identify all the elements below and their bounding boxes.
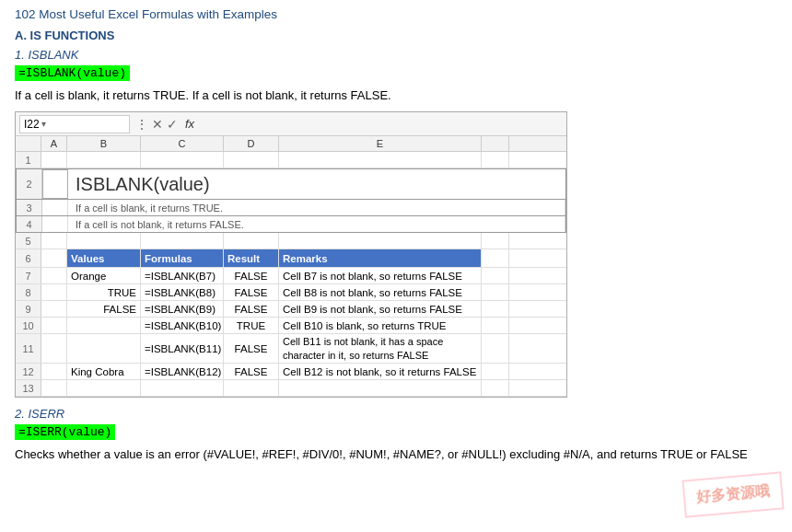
name-box-dropdown-icon[interactable]: ▾ <box>41 119 46 129</box>
r11-values[interactable] <box>67 334 141 363</box>
r12-result[interactable]: FALSE <box>224 364 279 379</box>
big-formula-cell[interactable]: ISBLANK(value) <box>68 169 565 199</box>
page-title: 102 Most Useful Excel Formulas with Exam… <box>15 7 777 21</box>
watermark: 好多资源哦 <box>681 471 784 517</box>
excel-row-6-header: 6 Values Formulas Result Remarks <box>16 249 566 268</box>
r9-formula[interactable]: =ISBLANK(B9) <box>141 301 224 317</box>
r7-formula[interactable]: =ISBLANK(B7) <box>141 268 224 283</box>
r11-formula[interactable]: =ISBLANK(B11) <box>141 334 224 363</box>
excel-formula-bar: I22 ▾ ⋮ ✕ ✓ fx <box>16 112 566 136</box>
section-a-title: A. IS FUNCTIONS <box>15 29 777 42</box>
table-col-remarks[interactable]: Remarks <box>279 249 482 267</box>
table-col-result[interactable]: Result <box>224 249 279 267</box>
desc1-cell[interactable]: If a cell is blank, it returns TRUE. <box>68 200 565 215</box>
col-header-corner <box>16 136 41 151</box>
r8-result[interactable]: FALSE <box>224 284 279 300</box>
col-header-d: D <box>224 136 279 151</box>
excel-container: I22 ▾ ⋮ ✕ ✓ fx A B C D E 1 <box>15 111 567 398</box>
formula2-section: 2. ISERR =ISERR(value) Checks whether a … <box>15 407 777 461</box>
r12-formula[interactable]: =ISBLANK(B12) <box>141 364 224 379</box>
r12-values[interactable]: King Cobra <box>67 364 141 379</box>
col-header-b: B <box>67 136 141 151</box>
r7-remark[interactable]: Cell B7 is not blank, so returns FALSE <box>279 268 482 283</box>
r11-result[interactable]: FALSE <box>224 334 279 363</box>
formula1-syntax: =ISBLANK(value) <box>15 65 130 81</box>
excel-row-13: 13 <box>16 380 566 397</box>
col-header-f <box>482 136 509 151</box>
excel-row-7: 7 Orange =ISBLANK(B7) FALSE Cell B7 is n… <box>16 268 566 284</box>
r8-formula[interactable]: =ISBLANK(B8) <box>141 284 224 300</box>
r10-remark[interactable]: Cell B10 is blank, so returns TRUE <box>279 318 482 333</box>
excel-row-9: 9 FALSE =ISBLANK(B9) FALSE Cell B9 is no… <box>16 301 566 318</box>
excel-cancel-icon[interactable]: ✕ <box>152 117 163 132</box>
col-header-c: C <box>141 136 224 151</box>
formula2-number: 2. ISERR <box>15 407 777 421</box>
excel-row-2: 2 ISBLANK(value) <box>16 168 566 200</box>
r7-result[interactable]: FALSE <box>224 268 279 283</box>
excel-fx-label: fx <box>185 117 194 131</box>
formula1-description: If a cell is blank, it returns TRUE. If … <box>15 88 777 102</box>
formula2-description: Checks whether a value is an error (#VAL… <box>15 447 777 461</box>
excel-row-10: 10 =ISBLANK(B10) TRUE Cell B10 is blank,… <box>16 318 566 334</box>
r12-remark[interactable]: Cell B12 is not blank, so it returns FAL… <box>279 364 482 379</box>
r10-result[interactable]: TRUE <box>224 318 279 333</box>
table-col-formulas[interactable]: Formulas <box>141 249 224 267</box>
excel-row-5: 5 <box>16 233 566 249</box>
excel-row-11: 11 =ISBLANK(B11) FALSE Cell B11 is not b… <box>16 334 566 364</box>
r8-values[interactable]: TRUE <box>67 284 141 300</box>
r10-values[interactable] <box>67 318 141 333</box>
excel-grid: A B C D E 1 2 ISBLANK(value) 3 If a <box>16 136 566 397</box>
excel-row-1: 1 <box>16 152 566 168</box>
excel-row-8: 8 TRUE =ISBLANK(B8) FALSE Cell B8 is not… <box>16 284 566 301</box>
r9-values[interactable]: FALSE <box>67 301 141 317</box>
excel-row-4: 4 If a cell is not blank, it returns FAL… <box>16 216 566 233</box>
excel-row-3: 3 If a cell is blank, it returns TRUE. <box>16 200 566 216</box>
r11-remark[interactable]: Cell B11 is not blank, it has a space ch… <box>279 334 482 363</box>
table-col-values[interactable]: Values <box>67 249 141 267</box>
excel-row-12: 12 King Cobra =ISBLANK(B12) FALSE Cell B… <box>16 364 566 380</box>
r10-formula[interactable]: =ISBLANK(B10) <box>141 318 224 333</box>
excel-col-header-row: A B C D E <box>16 136 566 152</box>
desc2-cell[interactable]: If a cell is not blank, it returns FALSE… <box>68 216 565 232</box>
formula2-syntax: =ISERR(value) <box>15 424 115 440</box>
col-header-a: A <box>41 136 67 151</box>
excel-confirm-icon[interactable]: ✓ <box>167 117 178 132</box>
r7-values[interactable]: Orange <box>67 268 141 283</box>
r8-remark[interactable]: Cell B8 is not blank, so returns FALSE <box>279 284 482 300</box>
excel-bar-icons: ⋮ ✕ ✓ fx <box>135 117 194 132</box>
col-header-e: E <box>279 136 482 151</box>
r9-result[interactable]: FALSE <box>224 301 279 317</box>
formula1-number: 1. ISBLANK <box>15 48 777 62</box>
excel-name-box[interactable]: I22 ▾ <box>19 115 130 133</box>
r9-remark[interactable]: Cell B9 is not blank, so returns FALSE <box>279 301 482 317</box>
excel-dots-icon: ⋮ <box>135 117 148 132</box>
